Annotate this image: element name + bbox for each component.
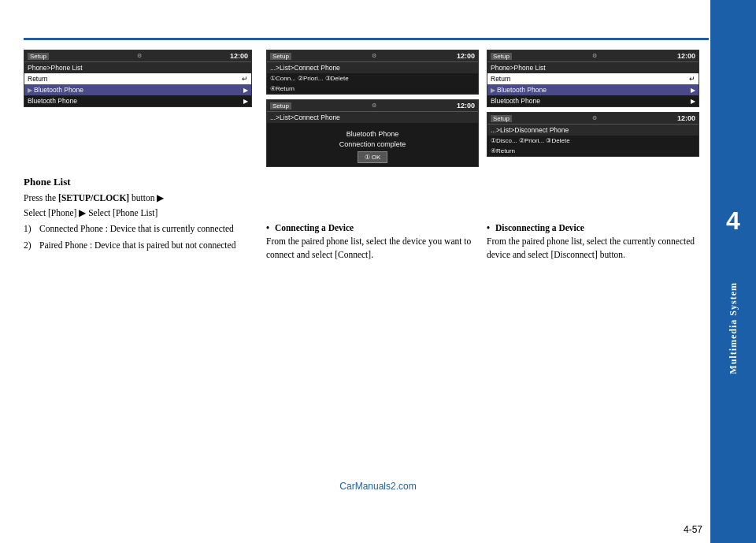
screen1-header: Setup ⚙ 12:00 bbox=[24, 50, 251, 62]
screen2-bottom-signal: ⚙ bbox=[372, 102, 376, 109]
screen2-bottom-breadcrumb: ...>List>Connect Phone bbox=[267, 112, 478, 123]
screen3-bt2-label: Bluetooth Phone bbox=[491, 97, 540, 105]
connect-body: From the paired phone list, select the d… bbox=[266, 235, 480, 262]
connect-bullet-title: • Connecting a Device bbox=[266, 223, 480, 232]
screen2-bottom-time: 12:00 bbox=[457, 102, 475, 110]
screen1-bt2-arrow: ▶ bbox=[243, 98, 248, 105]
screen1-bt1-row: ▶Bluetooth Phone ▶ bbox=[24, 84, 251, 95]
screen3-return-row: Return ↵ bbox=[487, 73, 699, 84]
chapter-sidebar: 4 Multimedia System bbox=[710, 0, 756, 543]
screen3-return-label: Return bbox=[491, 75, 511, 83]
screen2-ok-btn: ① OK bbox=[358, 151, 388, 163]
screen2-conn-complete: Connection complete bbox=[270, 139, 475, 150]
screen3-bottom-signal: ⚙ bbox=[592, 115, 597, 121]
screen2-bt-name: Bluetooth Phone bbox=[270, 129, 475, 139]
screen3-bt1-row: ▶Bluetooth Phone ▶ bbox=[487, 84, 699, 95]
screen3-return-icon: ↵ bbox=[689, 75, 695, 83]
screen3-bottom-breadcrumb: ...>List>Disconnect Phone bbox=[487, 125, 699, 136]
chapter-number: 4 bbox=[726, 206, 740, 236]
screen3-bt2-arrow: ▶ bbox=[691, 98, 695, 105]
screen1-setup: Setup bbox=[28, 53, 49, 60]
screen1-return-row: Return ↵ bbox=[24, 73, 251, 84]
screen1-bt1-label: Bluetooth Phone bbox=[34, 86, 83, 94]
screen3-bt2-row: Bluetooth Phone ▶ bbox=[487, 95, 699, 106]
screen2-top-time: 12:00 bbox=[457, 52, 475, 60]
setup-clock-bold: [SETUP/CLOCK] bbox=[58, 193, 129, 203]
screen3-bottom-return: ④Return bbox=[487, 146, 699, 156]
screen2-top-nums: ①Conn... ②Priori... ③Delete bbox=[267, 73, 478, 84]
screen2-bottom-mockup: Setup ⚙ 12:00 ...>List>Connect Phone Blu… bbox=[266, 99, 479, 167]
screen2-top-breadcrumb: ...>List>Connect Phone bbox=[267, 62, 478, 73]
item1-text: Connected Phone : Device that is current… bbox=[39, 222, 234, 236]
connect-title: Connecting a Device bbox=[275, 223, 354, 232]
screen3-bt1-label: Bluetooth Phone bbox=[497, 86, 547, 94]
screen3-bt1-arrow: ▶ bbox=[691, 87, 695, 94]
screen1-return-label: Return bbox=[28, 75, 48, 83]
screen2-bottom-setup: Setup bbox=[270, 102, 291, 110]
page-number: 4-57 bbox=[684, 524, 702, 535]
screen2-top-setup: Setup bbox=[270, 53, 291, 60]
screen3-bottom-header: Setup ⚙ 12:00 bbox=[487, 113, 699, 125]
disconnect-body: From the paired phone list, select the c… bbox=[487, 235, 701, 262]
screen1-bt2-label: Bluetooth Phone bbox=[28, 97, 77, 105]
screen3-container: Setup ⚙ 12:00 Phone>Phone List Return ↵ … bbox=[487, 50, 699, 157]
screen3-top-setup: Setup bbox=[491, 53, 512, 60]
screen1-container: Setup ⚙ 12:00 Phone>Phone List Return ↵ … bbox=[24, 50, 252, 107]
phone-list-text: Phone List Press the [SETUP/CLOCK] butto… bbox=[24, 176, 256, 254]
screen1-mockup: Setup ⚙ 12:00 Phone>Phone List Return ↵ … bbox=[24, 50, 252, 107]
screen1-bt1-arrow: ▶ bbox=[243, 87, 248, 94]
chapter-title: Multimedia System bbox=[728, 282, 739, 374]
screen1-signal: ⚙ bbox=[137, 53, 142, 59]
screen2-top-signal: ⚙ bbox=[372, 53, 376, 59]
screen2-top-return: ④Return bbox=[267, 84, 478, 94]
screen2-top-mockup: Setup ⚙ 12:00 ...>List>Connect Phone ①Co… bbox=[266, 50, 479, 95]
disconnect-bullet: • bbox=[487, 223, 490, 232]
line1-suffix: button ▶ bbox=[132, 193, 164, 203]
screen3-bottom-setup: Setup bbox=[491, 115, 512, 122]
body-line1: Press the [SETUP/CLOCK] button ▶ bbox=[24, 192, 256, 205]
disconnect-title: Disconnecting a Device bbox=[495, 223, 584, 232]
screen3-top-mockup: Setup ⚙ 12:00 Phone>Phone List Return ↵ … bbox=[487, 50, 699, 107]
screen3-top-header: Setup ⚙ 12:00 bbox=[487, 50, 699, 62]
screen3-bottom-nums: ①Disco... ②Priori... ③Delete bbox=[487, 136, 699, 146]
line1-prefix: Press the bbox=[24, 193, 56, 203]
body-line2: Select [Phone] ▶ Select [Phone List] bbox=[24, 206, 256, 220]
screen3-bottom-mockup: Setup ⚙ 12:00 ...>List>Disconnect Phone … bbox=[487, 112, 699, 157]
top-divider-line bbox=[24, 38, 709, 40]
screen2-top-header: Setup ⚙ 12:00 bbox=[267, 50, 478, 62]
screen1-breadcrumb: Phone>Phone List bbox=[24, 62, 251, 73]
list-item-2: 2) Paired Phone : Device that is paired … bbox=[24, 239, 256, 254]
screen2-container: Setup ⚙ 12:00 ...>List>Connect Phone ①Co… bbox=[266, 50, 479, 167]
screen1-bt2-row: Bluetooth Phone ▶ bbox=[24, 95, 251, 106]
item1-label: 1) bbox=[24, 222, 36, 236]
list-item-1: 1) Connected Phone : Device that is curr… bbox=[24, 222, 256, 237]
connect-bullet: • bbox=[266, 223, 269, 232]
screen1-return-icon: ↵ bbox=[242, 75, 248, 83]
screen3-top-signal: ⚙ bbox=[592, 53, 597, 59]
screen3-top-breadcrumb: Phone>Phone List bbox=[487, 62, 699, 73]
screen3-bottom-time: 12:00 bbox=[677, 114, 695, 122]
main-content: Setup ⚙ 12:00 Phone>Phone List Return ↵ … bbox=[24, 43, 702, 519]
connect-text: • Connecting a Device From the paired ph… bbox=[266, 223, 480, 264]
item2-text: Paired Phone : Device that is paired but… bbox=[39, 239, 235, 252]
screen3-top-time: 12:00 bbox=[677, 52, 695, 60]
screen1-time: 12:00 bbox=[230, 52, 248, 60]
disconnect-text: • Disconnecting a Device From the paired… bbox=[487, 223, 701, 264]
watermark: CarManuals2.com bbox=[339, 481, 416, 492]
section-title-phone-list: Phone List bbox=[24, 176, 256, 188]
disconnect-bullet-title: • Disconnecting a Device bbox=[487, 223, 701, 232]
screen2-connecting-msg: Bluetooth Phone Connection complete ① OK bbox=[267, 123, 478, 166]
screen2-bottom-header: Setup ⚙ 12:00 bbox=[267, 100, 478, 112]
item2-label: 2) bbox=[24, 239, 36, 252]
